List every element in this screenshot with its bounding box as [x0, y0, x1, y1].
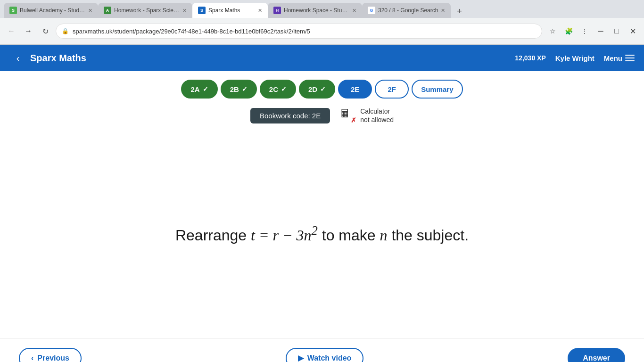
tab5-close[interactable]: ✕: [441, 8, 445, 14]
reload-button[interactable]: ↻: [39, 25, 52, 38]
tab-summary-label: Summary: [421, 85, 453, 93]
tab-2D-label: 2D: [308, 85, 317, 93]
new-tab-button[interactable]: +: [453, 5, 466, 18]
menu-button[interactable]: Menu: [604, 54, 635, 62]
tab-2A-label: 2A: [190, 85, 199, 93]
lock-icon: 🔒: [62, 28, 69, 34]
prev-arrow-icon: ‹: [31, 354, 33, 362]
bookmark-button[interactable]: ☆: [546, 25, 559, 38]
video-icon: ▶: [298, 354, 304, 362]
tab-2A-check: ✓: [203, 85, 208, 93]
tab-2B[interactable]: 2B ✓: [221, 80, 257, 99]
calculator-line2: not allowed: [360, 115, 394, 124]
calculator-x-icon: ✗: [351, 116, 356, 124]
tab4-close[interactable]: ✕: [352, 8, 356, 14]
tab-2D-check: ✓: [320, 85, 326, 93]
forward-nav-button[interactable]: →: [22, 25, 35, 38]
task-tabs: 2A ✓ 2B ✓ 2C ✓ 2D ✓ 2E 2F Summary: [181, 71, 462, 103]
toolbar-right: ☆ 🧩 ⋮ ─ □ ✕: [546, 25, 639, 38]
tab-2D[interactable]: 2D ✓: [299, 80, 335, 99]
header-right: 12,030 XP Kyle Wright Menu: [515, 54, 635, 62]
browser-tab-5[interactable]: G 320 / 8 - Google Search ✕: [362, 3, 451, 18]
browser-tab-3[interactable]: S Sparx Maths ✕: [192, 3, 268, 18]
tab-summary[interactable]: Summary: [412, 80, 462, 99]
tab5-label: 320 / 8 - Google Search: [378, 7, 438, 14]
more-button[interactable]: ⋮: [578, 25, 591, 38]
equation-display: t = r − 3n2: [251, 227, 318, 244]
address-text: sparxmaths.uk/student/package/29e0c74f-4…: [73, 28, 536, 35]
back-nav-button[interactable]: ←: [5, 25, 18, 38]
address-bar[interactable]: 🔒 sparxmaths.uk/student/package/29e0c74f…: [56, 24, 542, 39]
minimize-button[interactable]: ─: [594, 25, 607, 38]
hamburger-icon: [625, 55, 635, 61]
tab4-label: Homework Space - StudyX: [284, 7, 349, 14]
browser-tab-4[interactable]: H Homework Space - StudyX ✕: [268, 3, 362, 18]
browser-tab-1[interactable]: S Bulwell Academy - Student H... ✕: [4, 3, 98, 18]
tab5-favicon: G: [368, 7, 375, 14]
tab-2B-check: ✓: [242, 85, 248, 93]
tab2-label: Homework - Sparx Science: [114, 7, 180, 14]
browser-toolbar: ← → ↻ 🔒 sparxmaths.uk/student/package/29…: [0, 18, 644, 45]
tab3-label: Sparx Maths: [208, 7, 255, 14]
tab4-favicon: H: [273, 7, 281, 14]
tab1-close[interactable]: ✕: [88, 8, 92, 14]
tab-2C-check: ✓: [281, 85, 287, 93]
tab-2E[interactable]: 2E: [338, 80, 372, 99]
tab-2E-label: 2E: [351, 85, 359, 93]
watch-video-button[interactable]: ▶ Watch video: [286, 348, 364, 362]
app-header: ‹ Sparx Maths 12,030 XP Kyle Wright Menu: [0, 45, 644, 71]
close-window-button[interactable]: ✕: [626, 25, 639, 38]
calculator-icon-wrap: 🖩 ✗: [339, 107, 356, 124]
calculator-status: 🖩 ✗ Calculator not allowed: [339, 107, 394, 124]
watch-video-label: Watch video: [307, 354, 352, 362]
user-name: Kyle Wright: [555, 54, 594, 62]
tab-2F[interactable]: 2F: [375, 80, 409, 99]
tab3-favicon: S: [198, 7, 206, 14]
tab1-label: Bulwell Academy - Student H...: [20, 7, 85, 14]
app-logo: Sparx Maths: [30, 53, 515, 64]
main-content: 2A ✓ 2B ✓ 2C ✓ 2D ✓ 2E 2F Summary Bookwo…: [0, 71, 644, 338]
extension-button[interactable]: 🧩: [562, 25, 575, 38]
menu-label: Menu: [604, 54, 622, 62]
tab-2C[interactable]: 2C ✓: [260, 80, 296, 99]
tab1-favicon: S: [9, 7, 17, 14]
calculator-line1: Calculator: [360, 107, 394, 115]
calculator-text: Calculator not allowed: [360, 107, 394, 124]
browser-tabs: S Bulwell Academy - Student H... ✕ A Hom…: [0, 0, 644, 18]
tab-2B-label: 2B: [230, 85, 239, 93]
bottom-bar: ‹ Previous ▶ Watch video Answer: [0, 338, 644, 362]
tab-2A[interactable]: 2A ✓: [181, 80, 217, 99]
previous-label: Previous: [37, 354, 69, 362]
math-question: Rearrange t = r − 3n2 to make n the subj…: [175, 222, 469, 246]
tab2-favicon: A: [104, 7, 111, 14]
tab2-close[interactable]: ✕: [182, 8, 187, 14]
maximize-button[interactable]: □: [610, 25, 623, 38]
answer-label: Answer: [583, 354, 610, 362]
back-button[interactable]: ‹: [9, 49, 26, 66]
tab3-close[interactable]: ✕: [258, 8, 262, 14]
previous-button[interactable]: ‹ Previous: [19, 348, 82, 362]
variable-display: n: [380, 227, 388, 244]
xp-badge: 12,030 XP: [515, 54, 545, 62]
tab-2F-label: 2F: [388, 85, 396, 93]
question-area: Rearrange t = r − 3n2 to make n the subj…: [166, 130, 478, 338]
answer-button[interactable]: Answer: [568, 348, 625, 362]
browser-chrome: S Bulwell Academy - Student H... ✕ A Hom…: [0, 0, 644, 45]
browser-tab-2[interactable]: A Homework - Sparx Science ✕: [98, 3, 192, 18]
info-bar: Bookwork code: 2E 🖩 ✗ Calculator not all…: [250, 103, 394, 130]
calculator-icon: 🖩: [339, 107, 351, 120]
bookwork-badge: Bookwork code: 2E: [250, 108, 330, 123]
tab-2C-label: 2C: [269, 85, 278, 93]
